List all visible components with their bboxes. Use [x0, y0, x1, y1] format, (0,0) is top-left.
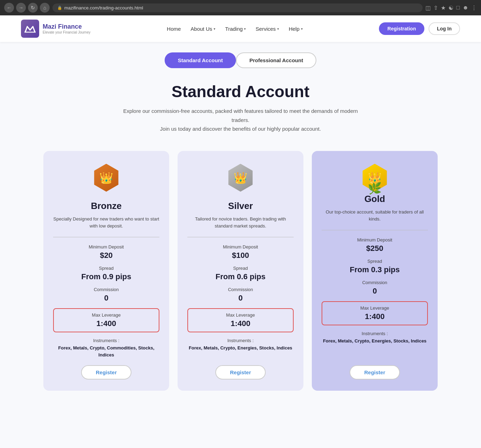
silver-spread-label: Spread	[187, 266, 294, 271]
gold-register-button[interactable]: Register	[350, 365, 400, 380]
silver-instruments: Instruments : Forex, Metals, Crypto, Ene…	[187, 338, 294, 352]
bronze-card-desc: Specially Designed for new traders who w…	[53, 216, 159, 230]
nav-home[interactable]: Home	[167, 26, 181, 32]
back-button[interactable]: ←	[4, 3, 14, 13]
silver-register-button[interactable]: Register	[215, 365, 266, 380]
browser-controls[interactable]: ← → ↻ ⌂	[4, 3, 50, 13]
bronze-min-deposit: Minimum Deposit $20	[53, 244, 159, 260]
logo-icon	[21, 20, 39, 38]
extensions-icon[interactable]: ☯	[448, 5, 453, 11]
nav-links: Home About Us ▾ Trading ▾ Services ▾ Hel…	[167, 26, 302, 32]
bronze-instruments: Instruments : Forex, Metals, Crypto, Com…	[53, 338, 159, 358]
gold-card: 👑 🌿 Gold Our top-choice account, suitabl…	[312, 151, 438, 391]
gold-card-desc: Our top-choice account, suitable for tra…	[322, 209, 428, 223]
bronze-instruments-label: Instruments :	[53, 338, 159, 343]
cast-icon[interactable]: ◫	[425, 5, 431, 11]
window-icon[interactable]: □	[456, 5, 460, 11]
bronze-divider	[53, 237, 159, 237]
nav-actions: Registration Log In	[379, 22, 460, 35]
gold-instruments-value: Forex, Metals, Crypto, Energies, Stocks,…	[322, 338, 428, 345]
gold-spread-value: From 0.3 pips	[322, 265, 428, 274]
home-button[interactable]: ⌂	[40, 3, 50, 13]
chevron-icon: ▾	[244, 27, 246, 31]
address-bar[interactable]: 🔒 mazifinance.com/trading-accounts.html	[52, 3, 423, 12]
account-icon[interactable]: ☻	[462, 5, 468, 11]
silver-min-deposit: Minimum Deposit $100	[187, 244, 294, 260]
logo-name: Mazi Finance	[43, 23, 91, 30]
bronze-register-button[interactable]: Register	[81, 365, 131, 380]
gold-leverage-label: Max Leverage	[326, 305, 424, 311]
bronze-spread-value: From 0.9 pips	[53, 272, 159, 281]
gold-instruments: Instruments : Forex, Metals, Crypto, Ene…	[322, 331, 428, 345]
silver-instruments-value: Forex, Metals, Crypto, Energies, Stocks,…	[187, 345, 294, 352]
tab-professional-account[interactable]: Professional Account	[236, 52, 316, 68]
gold-spread-label: Spread	[322, 259, 428, 264]
bronze-leverage-label: Max Leverage	[57, 312, 155, 318]
gold-card-name: Gold	[364, 194, 385, 204]
share-icon[interactable]: ⇧	[433, 5, 438, 11]
gold-spread: Spread From 0.3 pips	[322, 259, 428, 274]
gold-commission: Commission 0	[322, 280, 428, 296]
silver-spread-value: From 0.6 pips	[187, 272, 294, 281]
bronze-min-deposit-value: $20	[53, 251, 159, 260]
hero-subtitle-line1: Explore our commission-free accounts, pa…	[123, 108, 358, 123]
bronze-card: 👑 Bronze Specially Designed for new trad…	[43, 151, 169, 391]
chevron-icon: ▾	[301, 27, 303, 31]
navbar: Mazi Finance Elevate your Financial Jour…	[0, 15, 481, 42]
silver-min-deposit-value: $100	[187, 251, 294, 260]
silver-icon: 👑	[225, 162, 256, 194]
silver-card: 👑 Silver Tailored for novice traders. Be…	[178, 151, 303, 391]
gold-leverage-value: 1:400	[326, 312, 424, 321]
gold-min-deposit-value: $250	[322, 244, 428, 253]
gold-leverage: Max Leverage 1:400	[322, 301, 428, 325]
bronze-commission-value: 0	[53, 294, 159, 303]
bronze-leverage: Max Leverage 1:400	[53, 308, 159, 332]
browser-chrome: ← → ↻ ⌂ 🔒 mazifinance.com/trading-accoun…	[0, 0, 481, 15]
star-icon[interactable]: ★	[441, 5, 446, 11]
silver-leverage: Max Leverage 1:400	[187, 308, 294, 332]
silver-card-desc: Tailored for novice traders. Begin tradi…	[187, 216, 294, 230]
logo-area: Mazi Finance Elevate your Financial Jour…	[21, 20, 91, 38]
nav-help[interactable]: Help ▾	[289, 26, 303, 32]
silver-commission: Commission 0	[187, 287, 294, 303]
forward-button[interactable]: →	[16, 3, 26, 13]
gold-instruments-label: Instruments :	[322, 331, 428, 336]
menu-icon[interactable]: ⋮	[471, 5, 477, 11]
login-button[interactable]: Log In	[429, 22, 460, 35]
gold-min-deposit-label: Minimum Deposit	[322, 237, 428, 243]
bronze-spread: Spread From 0.9 pips	[53, 266, 159, 281]
chevron-icon: ▾	[277, 27, 279, 31]
browser-actions[interactable]: ◫ ⇧ ★ ☯ □ ☻ ⋮	[425, 5, 477, 11]
lock-icon: 🔒	[57, 6, 62, 10]
gold-commission-value: 0	[322, 287, 428, 296]
bronze-commission: Commission 0	[53, 287, 159, 303]
bronze-card-name: Bronze	[91, 201, 122, 211]
cards-section: 👑 Bronze Specially Designed for new trad…	[0, 140, 481, 405]
registration-button[interactable]: Registration	[379, 22, 424, 35]
silver-spread: Spread From 0.6 pips	[187, 266, 294, 281]
bronze-instruments-value: Forex, Metals, Crypto, Commodities, Stoc…	[53, 345, 159, 358]
silver-commission-value: 0	[187, 294, 294, 303]
reload-button[interactable]: ↻	[28, 3, 38, 13]
nav-about-us[interactable]: About Us ▾	[191, 26, 215, 32]
silver-min-deposit-label: Minimum Deposit	[187, 244, 294, 250]
wreath-icon: 🌿	[368, 182, 382, 195]
bronze-spread-label: Spread	[53, 266, 159, 271]
bronze-leverage-value: 1:400	[57, 319, 155, 328]
hero-subtitle: Explore our commission-free accounts, pa…	[118, 107, 363, 133]
tab-standard-account[interactable]: Standard Account	[165, 52, 236, 68]
gold-min-deposit: Minimum Deposit $250	[322, 237, 428, 253]
bronze-icon: 👑	[91, 162, 122, 194]
nav-trading[interactable]: Trading ▾	[225, 26, 246, 32]
bronze-crown-icon: 👑	[99, 171, 113, 185]
hero-section: Standard Account Explore our commission-…	[0, 72, 481, 140]
gold-divider	[322, 230, 428, 230]
nav-services[interactable]: Services ▾	[256, 26, 279, 32]
hero-title: Standard Account	[7, 82, 474, 101]
tab-section: Standard Account Professional Account	[0, 42, 481, 72]
silver-commission-label: Commission	[187, 287, 294, 292]
hero-subtitle-line2: Join us today and discover the benefits …	[160, 126, 321, 132]
silver-instruments-label: Instruments :	[187, 338, 294, 343]
url-text: mazifinance.com/trading-accounts.html	[64, 5, 143, 10]
logo-tagline: Elevate your Financial Journey	[43, 30, 91, 34]
